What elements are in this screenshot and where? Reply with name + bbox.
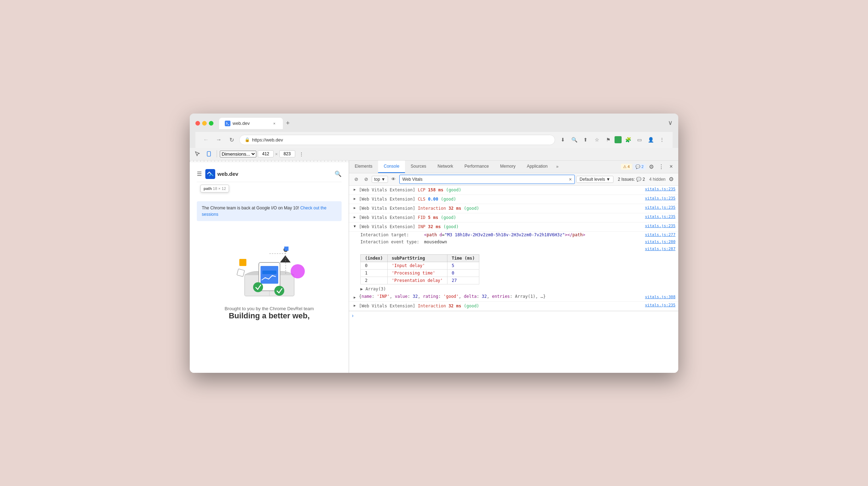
context-select[interactable]: top ▼ [372,176,388,183]
devtools-settings-btn[interactable]: ⚙ [647,162,656,171]
entry-toggle-cls[interactable]: ▶ [352,197,358,201]
detail-target-value: <path d="M3 18h18v-2H3v2zm0-5h18v-2H3v2z… [424,232,585,237]
download-icon[interactable]: ⬇ [558,135,568,145]
zoom-icon[interactable]: 🔍 [569,135,579,145]
entry-toggle-last[interactable]: ▶ [352,303,358,307]
devtools-close-btn[interactable]: × [667,162,675,171]
forward-button[interactable]: → [214,135,224,145]
info-badge[interactable]: 💬 2 [633,164,646,170]
layout-icon[interactable]: ▭ [634,135,644,145]
svg-point-10 [274,286,284,296]
cell-sub-2: 'Presentation delay' [387,277,447,284]
entry-source-interaction[interactable]: vitals.js:235 [639,205,675,210]
object-source[interactable]: vitals.js:308 [639,295,675,299]
console-prompt[interactable]: › [349,311,678,320]
array-entry: ▶ Array(3) [349,286,678,292]
entry-content-object: {name: 'INP', value: 32, rating: 'good',… [359,293,639,300]
entry-content-fid: [Web Vitals Extension] FID 5 ms (good) [359,214,639,221]
webdev-logo: web.dev [205,169,238,179]
hamburger-icon[interactable]: ☰ [197,170,202,177]
minimize-traffic-light[interactable] [202,121,207,126]
console-block-btn[interactable]: ⊘ [362,175,370,184]
tab-end-chevron[interactable]: ∨ [668,119,673,127]
detail-target-label: Interaction target: [360,232,424,237]
close-traffic-light[interactable] [195,121,200,126]
webdev-logo-icon [205,169,215,179]
console-search-bar[interactable]: Web Vitals × [399,175,575,184]
entry-toggle-inp[interactable]: ▼ [352,224,358,228]
levels-select[interactable]: Default levels ▼ [576,176,613,183]
tooltip-dimensions: 18 × 12 [213,186,226,191]
tab-sources[interactable]: Sources [405,161,432,173]
devtools-wrapper: Elements Console Sources Network Perform… [349,161,678,373]
entry-source-fid[interactable]: vitals.js:235 [639,214,675,219]
height-input[interactable] [279,150,295,157]
search-clear-btn[interactable]: × [569,177,572,182]
tab-elements[interactable]: Elements [349,161,378,173]
entry-prefix: [Web Vitals Extension] [359,197,418,202]
brought-by-text: Brought to you by the Chrome DevRel team [224,306,314,311]
table-row: 1 'Processing time' 0 [361,270,479,277]
console-clear-btn[interactable]: ⊘ [352,175,360,184]
webpage-search-btn[interactable]: 🔍 [335,170,342,177]
console-entry-lcp[interactable]: ▶ [Web Vitals Extension] LCP 158 ms (goo… [349,186,678,195]
svg-rect-18 [284,247,289,251]
issues-label: 2 Issues: [618,177,635,182]
console-entry-inp[interactable]: ▼ [Web Vitals Extension] INP 32 ms (good… [349,222,678,232]
flag-icon[interactable]: ⚑ [603,135,613,145]
webdev-site-name: web.dev [217,171,238,177]
console-eye-btn[interactable]: 👁 [389,175,398,184]
reload-button[interactable]: ↻ [227,135,236,145]
green-extension-btn[interactable] [615,136,622,143]
entry-metric: CLS [418,197,428,202]
svg-rect-8 [262,271,276,274]
issues-badge[interactable]: 2 Issues: 💬 2 [615,176,648,183]
maximize-traffic-light[interactable] [209,121,213,126]
console-toolbar: ⊘ ⊘ top ▼ 👁 Web Vitals × Default levels … [349,173,678,186]
tab-label: web.dev [233,121,250,126]
console-entry-fid[interactable]: ▶ [Web Vitals Extension] FID 5 ms (good)… [349,213,678,222]
tab-network[interactable]: Network [432,161,459,173]
inspect-element-btn[interactable] [193,149,202,159]
width-input[interactable] [258,150,274,157]
entry-toggle-interaction[interactable]: ▶ [352,206,358,210]
bookmark-icon[interactable]: ☆ [592,135,602,145]
tab-console[interactable]: Console [378,161,405,173]
console-settings-btn[interactable]: ⚙ [667,175,675,184]
active-tab[interactable]: web.dev × [219,118,283,129]
detail-source-287[interactable]: vitals.js:287 [639,247,675,251]
responsive-more-btn[interactable]: ⋮ [297,149,307,159]
svg-marker-12 [280,255,291,262]
new-tab-button[interactable]: + [283,118,293,128]
tab-close-btn[interactable]: × [272,121,277,126]
tab-more-btn[interactable]: » [553,161,561,173]
console-entry-last[interactable]: ▶ [Web Vitals Extension] Interaction 32 … [349,302,678,311]
dimensions-select[interactable]: Dimensions... [220,151,256,157]
device-toggle-btn[interactable] [204,149,214,159]
detail-source-280[interactable]: vitals.js:280 [639,239,675,244]
console-entry-interaction[interactable]: ▶ [Web Vitals Extension] Interaction 32 … [349,204,678,213]
console-entry-object[interactable]: ▶ {name: 'INP', value: 32, rating: 'good… [349,292,678,301]
profile-avatar[interactable]: 👤 [646,135,656,145]
tab-memory[interactable]: Memory [495,161,521,173]
url-bar[interactable]: 🔒 https://web.dev [239,135,555,145]
tab-performance[interactable]: Performance [459,161,495,173]
chrome-more-btn[interactable]: ⋮ [657,135,667,145]
entry-source-last[interactable]: vitals.js:235 [639,303,675,307]
tooltip-area: path 18 × 12 [197,186,342,197]
back-button[interactable]: ← [201,135,211,145]
entry-source-inp[interactable]: vitals.js:235 [639,224,675,228]
warning-badge[interactable]: ⚠ 4 [621,164,632,170]
entry-toggle-fid[interactable]: ▶ [352,215,358,219]
array-toggle[interactable]: ▶ Array(3) [360,287,386,291]
entry-source-cls[interactable]: vitals.js:235 [639,196,675,201]
devtools-more-btn[interactable]: ⋮ [657,162,666,171]
detail-source-277[interactable]: vitals.js:277 [639,232,675,237]
object-toggle[interactable]: ▶ [352,295,358,299]
tab-application[interactable]: Application [521,161,553,173]
extensions-icon[interactable]: 🧩 [623,135,633,145]
entry-source-lcp[interactable]: vitals.js:235 [639,187,675,191]
console-entry-cls[interactable]: ▶ [Web Vitals Extension] CLS 0.00 (good)… [349,195,678,204]
entry-toggle-lcp[interactable]: ▶ [352,187,358,191]
share-icon[interactable]: ⬆ [581,135,590,145]
